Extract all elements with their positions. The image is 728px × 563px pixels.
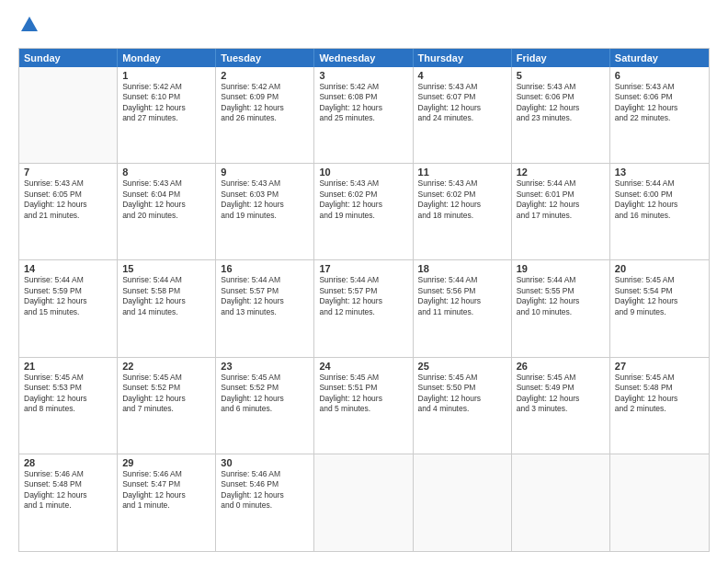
cell-info-line: Sunset: 5:50 PM [418,383,476,392]
cell-info-line: Daylight: 12 hours [319,103,382,112]
cell-info-line: and 9 minutes. [615,307,666,316]
cell-date-number: 23 [221,361,309,372]
cell-info-line: Sunset: 5:59 PM [24,286,82,295]
cell-info-line: Sunset: 5:56 PM [418,286,476,295]
day-cell-2: 2Sunrise: 5:42 AMSunset: 6:09 PMDaylight… [216,67,314,163]
cell-info-line: Sunrise: 5:42 AM [122,82,182,91]
cell-date-number: 6 [615,70,704,81]
cell-info-line: and 7 minutes. [122,404,174,413]
day-cell-19: 19Sunrise: 5:44 AMSunset: 5:55 PMDayligh… [512,260,610,356]
day-cell-empty [314,454,413,551]
cell-date-number: 21 [24,361,112,372]
cell-info-line: Daylight: 12 hours [122,394,186,403]
cell-info-line: Sunset: 6:01 PM [517,190,574,199]
header [18,15,710,39]
cell-info-line: and 23 minutes. [517,113,572,122]
cell-date-number: 26 [517,361,605,372]
day-cell-29: 29Sunrise: 5:46 AMSunset: 5:47 PMDayligh… [118,454,216,551]
day-cell-14: 14Sunrise: 5:44 AMSunset: 5:59 PMDayligh… [19,260,118,356]
day-header-tuesday: Tuesday [216,49,314,67]
cell-info-line: Daylight: 12 hours [615,394,678,403]
cell-info-line: Daylight: 12 hours [122,103,186,112]
day-cell-13: 13Sunrise: 5:44 AMSunset: 6:00 PMDayligh… [610,164,709,259]
cell-info-line: Daylight: 12 hours [615,200,678,209]
day-cell-15: 15Sunrise: 5:44 AMSunset: 5:58 PMDayligh… [118,260,216,356]
cell-date-number: 22 [122,361,210,372]
day-cell-23: 23Sunrise: 5:45 AMSunset: 5:52 PMDayligh… [216,358,314,454]
cell-info-line: Sunset: 5:53 PM [24,383,82,392]
cell-info-line: and 4 minutes. [418,404,470,413]
cell-info-line: and 27 minutes. [122,113,177,122]
cell-info-line: and 1 minute. [122,500,170,510]
cell-info-text: Sunrise: 5:46 AMSunset: 5:48 PMDaylight:… [24,469,112,511]
day-cell-11: 11Sunrise: 5:43 AMSunset: 6:02 PMDayligh… [414,164,512,259]
day-header-saturday: Saturday [610,49,709,67]
cell-info-line: and 19 minutes. [319,211,374,220]
calendar: SundayMondayTuesdayWednesdayThursdayFrid… [18,48,710,552]
cell-info-line: Sunrise: 5:45 AM [122,373,182,382]
cell-info-text: Sunrise: 5:44 AMSunset: 5:55 PMDaylight:… [517,275,605,317]
cell-date-number: 9 [221,167,309,178]
cell-info-line: Sunrise: 5:43 AM [24,178,84,188]
cell-info-line: Daylight: 12 hours [319,394,382,403]
cell-info-line: Sunset: 5:49 PM [517,383,574,392]
cell-info-text: Sunrise: 5:45 AMSunset: 5:52 PMDaylight:… [122,373,210,415]
calendar-body: 1Sunrise: 5:42 AMSunset: 6:10 PMDaylight… [19,67,709,551]
cell-info-line: Sunrise: 5:44 AM [122,275,182,284]
cell-info-line: Daylight: 12 hours [221,200,284,209]
cell-info-line: and 24 minutes. [418,113,473,122]
day-cell-30: 30Sunrise: 5:46 AMSunset: 5:46 PMDayligh… [216,454,314,551]
cell-info-text: Sunrise: 5:45 AMSunset: 5:52 PMDaylight:… [221,373,309,415]
cell-info-line: Sunset: 6:10 PM [122,92,180,101]
cell-info-text: Sunrise: 5:44 AMSunset: 5:57 PMDaylight:… [319,275,407,317]
logo-icon [19,15,40,39]
cell-info-line: Daylight: 12 hours [24,490,87,500]
cell-info-line: and 8 minutes. [24,404,75,413]
cell-info-line: Sunrise: 5:43 AM [221,178,280,188]
day-cell-12: 12Sunrise: 5:44 AMSunset: 6:01 PMDayligh… [512,164,610,259]
day-cell-22: 22Sunrise: 5:45 AMSunset: 5:52 PMDayligh… [118,358,216,454]
cell-date-number: 8 [122,167,210,178]
cell-date-number: 2 [221,70,309,81]
cell-info-line: Daylight: 12 hours [517,200,580,209]
cell-date-number: 13 [615,167,704,178]
cell-info-line: Sunrise: 5:44 AM [319,275,379,284]
calendar-header: SundayMondayTuesdayWednesdayThursdayFrid… [19,49,709,67]
cell-info-text: Sunrise: 5:43 AMSunset: 6:02 PMDaylight:… [319,178,407,221]
cell-info-line: Sunset: 6:03 PM [221,190,279,199]
cell-info-line: Daylight: 12 hours [122,490,186,500]
cell-info-text: Sunrise: 5:43 AMSunset: 6:06 PMDaylight:… [615,82,704,124]
cell-date-number: 7 [24,167,112,178]
cell-date-number: 15 [122,263,210,274]
cell-info-line: Sunrise: 5:42 AM [221,82,280,91]
cell-info-line: Sunrise: 5:45 AM [615,275,675,284]
cell-info-line: Daylight: 12 hours [122,200,186,209]
cell-info-line: and 3 minutes. [517,404,568,413]
day-cell-8: 8Sunrise: 5:43 AMSunset: 6:04 PMDaylight… [118,164,216,259]
cell-info-line: Daylight: 12 hours [418,394,482,403]
cell-info-line: and 26 minutes. [221,113,276,122]
cell-info-text: Sunrise: 5:45 AMSunset: 5:48 PMDaylight:… [615,373,704,415]
cell-info-line: Daylight: 12 hours [517,394,580,403]
cell-info-text: Sunrise: 5:42 AMSunset: 6:09 PMDaylight:… [221,82,309,124]
day-cell-5: 5Sunrise: 5:43 AMSunset: 6:06 PMDaylight… [512,67,610,163]
day-cell-17: 17Sunrise: 5:44 AMSunset: 5:57 PMDayligh… [314,260,413,356]
cell-info-text: Sunrise: 5:44 AMSunset: 5:56 PMDaylight:… [418,275,506,317]
day-cell-27: 27Sunrise: 5:45 AMSunset: 5:48 PMDayligh… [610,358,709,454]
day-header-friday: Friday [512,49,610,67]
cell-info-text: Sunrise: 5:45 AMSunset: 5:54 PMDaylight:… [615,275,704,317]
cell-info-line: Sunset: 5:57 PM [221,286,279,295]
week-row-2: 7Sunrise: 5:43 AMSunset: 6:05 PMDaylight… [19,164,709,260]
day-cell-empty [19,67,118,163]
day-cell-21: 21Sunrise: 5:45 AMSunset: 5:53 PMDayligh… [19,358,118,454]
cell-info-line: and 11 minutes. [418,307,473,316]
cell-info-line: Sunrise: 5:43 AM [418,82,478,91]
cell-info-line: Sunrise: 5:43 AM [122,178,182,188]
cell-info-line: and 16 minutes. [615,211,670,220]
cell-info-line: Sunset: 6:06 PM [517,92,574,101]
cell-date-number: 27 [615,361,704,372]
cell-info-line: Sunrise: 5:44 AM [517,178,576,188]
cell-date-number: 5 [517,70,605,81]
cell-info-line: Daylight: 12 hours [221,296,284,305]
cell-info-line: Daylight: 12 hours [319,296,382,305]
